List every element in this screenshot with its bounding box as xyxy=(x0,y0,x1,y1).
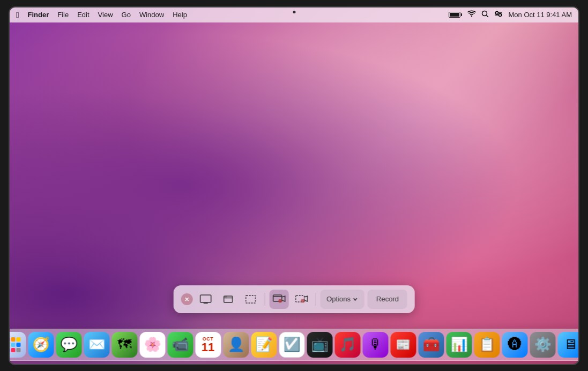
dock-item-toolbox[interactable]: 🧰 xyxy=(418,332,444,358)
dock-item-podcasts[interactable]: 🎙 xyxy=(362,332,388,358)
toolbar-separator-1 xyxy=(264,293,265,306)
menubar-left:  Finder File Edit View Go Window Help xyxy=(16,10,187,19)
dock-item-system-preferences[interactable]: ⚙️ xyxy=(530,332,555,358)
toolbar-separator-2 xyxy=(315,293,316,306)
capture-window-button[interactable] xyxy=(218,290,237,309)
svg-rect-10 xyxy=(200,295,211,302)
svg-point-22 xyxy=(301,299,304,302)
dock-item-music[interactable]: 🎵 xyxy=(334,332,360,358)
dock-item-appletv[interactable]: 📺 xyxy=(307,332,332,358)
capture-screen-button[interactable] xyxy=(196,290,215,309)
dock-item-appstore[interactable]: 🅐 xyxy=(502,332,527,358)
svg-line-1 xyxy=(487,16,489,18)
mac-frame:  Finder File Edit View Go Window Help xyxy=(9,6,579,365)
dock-item-mail[interactable]: ✉️ xyxy=(84,332,109,358)
dock-item-safari[interactable]: 🧭 xyxy=(28,332,54,358)
record-screen-button[interactable] xyxy=(269,290,288,309)
webcam-dot xyxy=(293,11,295,13)
dock-item-facetime[interactable]: 📹 xyxy=(167,332,193,358)
clock: Mon Oct 11 9:41 AM xyxy=(508,11,572,19)
record-button[interactable]: Record xyxy=(368,290,407,309)
menubar-right: Mon Oct 11 9:41 AM xyxy=(449,10,572,19)
close-button[interactable] xyxy=(181,293,192,305)
wifi-icon xyxy=(467,10,476,19)
dock: 🖥 🧭 xyxy=(9,329,579,361)
file-menu[interactable]: File xyxy=(57,11,69,19)
help-menu[interactable]: Help xyxy=(173,11,187,19)
apple-menu[interactable]:  xyxy=(16,10,19,19)
dock-item-photos[interactable]: 🌸 xyxy=(139,332,165,358)
dock-item-news[interactable]: 📰 xyxy=(390,332,416,358)
svg-point-15 xyxy=(225,297,225,297)
window-menu[interactable]: Window xyxy=(139,11,164,19)
dock-item-reminders[interactable]: ☑️ xyxy=(279,332,304,358)
dock-item-messages[interactable]: 💬 xyxy=(56,332,81,358)
dock-item-notes[interactable]: 📝 xyxy=(251,332,277,358)
control-center-icon[interactable] xyxy=(494,10,503,19)
svg-point-20 xyxy=(278,299,282,302)
record-selection-button[interactable] xyxy=(292,290,311,309)
edit-menu[interactable]: Edit xyxy=(77,11,89,19)
dock-item-contacts[interactable]: 👤 xyxy=(223,332,249,358)
menubar:  Finder File Edit View Go Window Help xyxy=(10,7,578,22)
svg-point-3 xyxy=(499,14,502,17)
dock-item-calendar[interactable]: OCT 11 xyxy=(195,332,221,358)
desktop:  Finder File Edit View Go Window Help xyxy=(10,7,578,364)
view-menu[interactable]: View xyxy=(98,11,113,19)
battery-icon xyxy=(449,12,462,18)
options-button[interactable]: Options xyxy=(320,290,364,309)
svg-rect-17 xyxy=(245,296,255,303)
svg-point-0 xyxy=(482,11,487,16)
go-menu[interactable]: Go xyxy=(122,11,131,19)
dock-item-launchpad[interactable] xyxy=(9,332,26,358)
capture-selection-button[interactable] xyxy=(241,290,260,309)
calendar-day: 11 xyxy=(202,342,214,353)
search-icon[interactable] xyxy=(481,10,489,19)
record-label: Record xyxy=(376,295,399,303)
screenshot-toolbar: Options Record xyxy=(173,285,415,313)
options-label: Options xyxy=(326,295,351,303)
svg-point-16 xyxy=(226,297,226,297)
finder-menu[interactable]: Finder xyxy=(27,11,49,19)
dock-item-screen-time[interactable]: 🖥 xyxy=(557,332,579,358)
dock-item-maps[interactable]: 🗺 xyxy=(111,332,137,358)
dock-item-keynote[interactable]: 📋 xyxy=(474,332,500,358)
dock-item-numbers[interactable]: 📊 xyxy=(446,332,472,358)
svg-point-2 xyxy=(496,12,498,14)
